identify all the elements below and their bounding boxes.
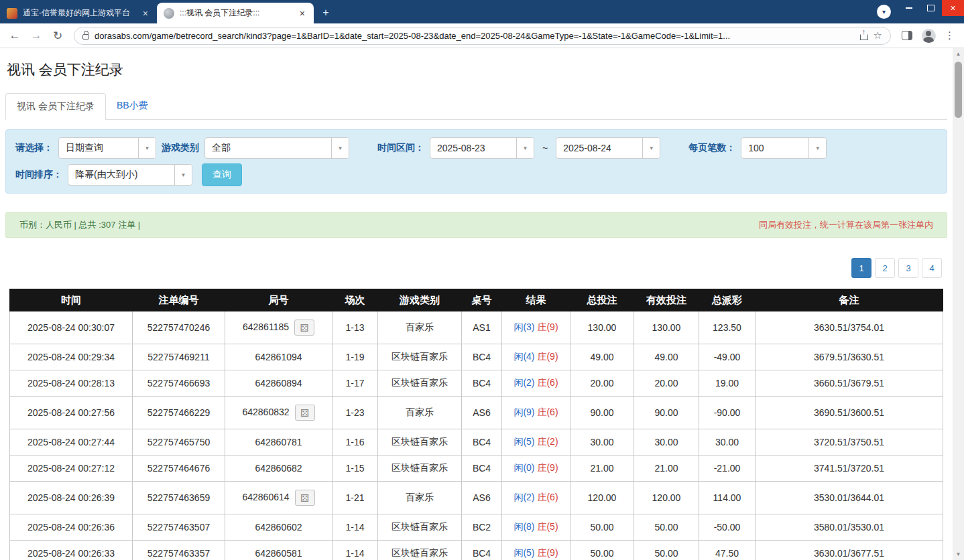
result-player: 闲(0) xyxy=(514,462,534,473)
cell-result: 闲(3) 庄(9) xyxy=(502,311,570,344)
cell-time: 2025-08-24 00:28:13 xyxy=(10,370,133,397)
cell-total-bet[interactable]: 49.00 xyxy=(570,344,634,370)
replay-button[interactable]: ⚄ xyxy=(295,490,315,506)
round-no-text: 642861094 xyxy=(255,352,302,362)
side-panel-icon[interactable] xyxy=(902,31,912,40)
page-button-3[interactable]: 3 xyxy=(898,258,918,278)
chevron-down-icon[interactable]: ▾ xyxy=(331,138,349,158)
round-no-text: 642860894 xyxy=(255,378,302,389)
address-bar[interactable]: dorasabs.com/game/betrecord_search/kind3… xyxy=(74,27,891,45)
cell-valid-bet: 20.00 xyxy=(634,370,699,397)
cell-bet-no: 522757464676 xyxy=(133,456,225,482)
result-player: 闲(5) xyxy=(514,547,534,558)
page-size-select[interactable]: 100 ▾ xyxy=(741,137,827,159)
cell-game-type: 区块链百家乐 xyxy=(378,541,462,560)
cell-payout: 114.00 xyxy=(699,482,756,514)
query-type-select[interactable]: 日期查询 ▾ xyxy=(58,137,156,159)
result-player: 闲(3) xyxy=(514,322,534,332)
browser-tab-1[interactable]: 通宝-信誉最好的网上游戏平台 × xyxy=(0,3,157,23)
window-maximize-button[interactable] xyxy=(920,0,942,16)
chevron-down-icon[interactable]: ▾ xyxy=(516,138,534,158)
cell-game-type: 区块链百家乐 xyxy=(378,514,462,541)
cell-table-no: BC4 xyxy=(462,456,502,482)
tab1-title: 通宝-信誉最好的网上游戏平台 xyxy=(23,7,135,19)
result-banker: 庄(9) xyxy=(537,547,558,558)
bookmark-star-icon[interactable]: ☆ xyxy=(873,29,882,42)
tab-search-button[interactable]: ▾ xyxy=(877,5,891,19)
tab2-close-icon[interactable]: × xyxy=(298,8,307,19)
cell-total-bet[interactable]: 50.00 xyxy=(570,514,634,541)
tab-bet-records[interactable]: 视讯 会员下注纪录 xyxy=(5,93,106,120)
cell-time: 2025-08-24 00:27:44 xyxy=(10,429,133,456)
refresh-icon[interactable]: ↻ xyxy=(48,26,67,45)
cell-round-no: 642860832⚄ xyxy=(225,397,333,429)
search-button[interactable]: 查询 xyxy=(202,163,242,186)
page-button-2[interactable]: 2 xyxy=(875,258,895,278)
game-type-label: 游戏类别 xyxy=(162,142,199,154)
page-scrollbar[interactable]: ▲ ▼ xyxy=(953,48,964,560)
game-type-select[interactable]: 全部 ▾ xyxy=(204,137,349,159)
tab-bb-tips[interactable]: BB小费 xyxy=(106,93,159,120)
cell-bet-no: 522757470246 xyxy=(133,311,225,344)
scroll-down-icon[interactable]: ▼ xyxy=(956,549,961,560)
page-button-1[interactable]: 1 xyxy=(851,258,871,278)
cell-total-bet[interactable]: 21.00 xyxy=(570,456,634,482)
cell-note: 3660.51/3679.51 xyxy=(756,370,943,397)
column-header: 桌号 xyxy=(462,289,502,311)
chevron-down-icon[interactable]: ▾ xyxy=(642,138,660,158)
sort-order-select[interactable]: 降幂(由大到小) ▾ xyxy=(68,164,192,186)
pagination: 1234 xyxy=(5,258,942,278)
date-start-input[interactable]: 2025-08-23 ▾ xyxy=(430,137,534,159)
chevron-down-icon[interactable]: ▾ xyxy=(808,138,826,158)
summary-bar: 币别：人民币 | 总共 :307 注单 | 同局有效投注，统一计算在该局第一张注… xyxy=(5,212,947,238)
lock-icon xyxy=(82,34,89,40)
cell-game-type: 区块链百家乐 xyxy=(378,370,462,397)
new-tab-button[interactable]: + xyxy=(318,5,334,21)
cell-time: 2025-08-24 00:26:39 xyxy=(10,482,133,514)
game-type-value: 全部 xyxy=(205,138,331,158)
cell-total-bet[interactable]: 30.00 xyxy=(570,429,634,456)
back-icon[interactable]: ← xyxy=(5,26,24,45)
chevron-down-icon[interactable]: ▾ xyxy=(138,138,156,158)
tab1-close-icon[interactable]: × xyxy=(141,8,150,19)
cell-result: 闲(5) 庄(2) xyxy=(502,429,570,456)
profile-avatar[interactable] xyxy=(922,29,936,43)
cell-note: 3720.51/3750.51 xyxy=(756,429,943,456)
browser-menu-icon[interactable]: ⋮ xyxy=(941,29,959,42)
date-end-input[interactable]: 2025-08-24 ▾ xyxy=(556,137,660,159)
chevron-down-icon[interactable]: ▾ xyxy=(174,165,192,185)
cell-total-bet[interactable]: 130.00 xyxy=(570,311,634,344)
cell-total-bet[interactable]: 50.00 xyxy=(570,541,634,560)
forward-icon[interactable]: → xyxy=(27,26,46,45)
table-row: 2025-08-24 00:26:36522757463507642860602… xyxy=(10,514,943,541)
cell-note: 3630.01/3677.51 xyxy=(756,541,943,560)
column-header: 有效投注 xyxy=(634,289,699,311)
result-banker: 庄(9) xyxy=(537,462,558,473)
result-player: 闲(2) xyxy=(514,492,534,502)
cell-table-no: BC4 xyxy=(462,344,502,370)
window-close-button[interactable]: × xyxy=(942,0,964,16)
cell-game-type: 百家乐 xyxy=(378,311,462,344)
window-minimize-button[interactable] xyxy=(898,0,920,16)
replay-button[interactable]: ⚄ xyxy=(295,405,315,421)
browser-titlebar: 通宝-信誉最好的网上游戏平台 × :::视讯 会员下注纪录::: × + ▾ × xyxy=(0,0,964,23)
cell-total-bet[interactable]: 90.00 xyxy=(570,397,634,429)
replay-button[interactable]: ⚄ xyxy=(294,320,314,336)
column-header: 场次 xyxy=(333,289,378,311)
cell-valid-bet: 49.00 xyxy=(634,344,699,370)
cell-time: 2025-08-24 00:26:33 xyxy=(10,541,133,560)
cell-valid-bet: 50.00 xyxy=(634,514,699,541)
cell-session: 1-13 xyxy=(333,311,378,344)
cell-game-type: 百家乐 xyxy=(378,482,462,514)
cell-table-no: AS6 xyxy=(462,482,502,514)
scroll-up-icon[interactable]: ▲ xyxy=(956,48,961,60)
browser-tab-2[interactable]: :::视讯 会员下注纪录::: × xyxy=(157,3,314,23)
url-text[interactable]: dorasabs.com/game/betrecord_search/kind3… xyxy=(95,31,855,41)
cell-total-bet[interactable]: 20.00 xyxy=(570,370,634,397)
table-row: 2025-08-24 00:26:33522757463357642860581… xyxy=(10,541,943,560)
scrollbar-thumb[interactable] xyxy=(955,62,962,118)
column-header: 游戏类别 xyxy=(378,289,462,311)
page-button-4[interactable]: 4 xyxy=(922,258,942,278)
cell-total-bet[interactable]: 120.00 xyxy=(570,482,634,514)
share-icon[interactable]: ↑ xyxy=(860,34,868,40)
